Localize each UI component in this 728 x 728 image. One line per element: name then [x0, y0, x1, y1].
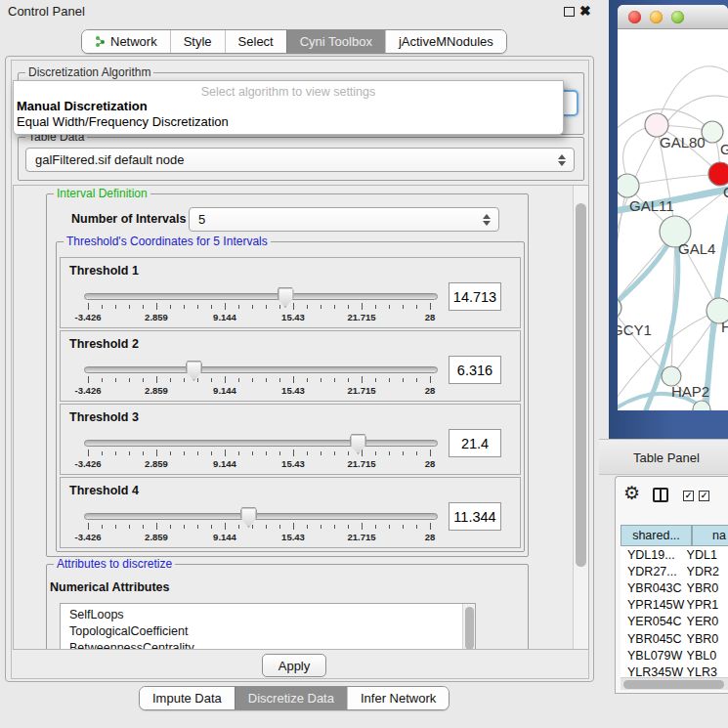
slider-tick-label: 28 — [408, 312, 451, 322]
table-row[interactable]: YBL079WYBL0 — [621, 647, 728, 664]
table-row[interactable]: YBR045CYBR0 — [621, 630, 728, 647]
table-panel-header: Table Panel — [599, 439, 728, 475]
node-table[interactable]: YDL19...YDL1YDR27...YDR2YBR043CYBR0YPR14… — [621, 546, 728, 677]
network-window-titlebar[interactable] — [618, 5, 728, 29]
threshold-label: Threshold 4 — [69, 484, 139, 497]
network-node-gal11[interactable] — [618, 174, 639, 197]
slider-track[interactable] — [84, 513, 438, 520]
close-icon[interactable]: ✖ — [579, 3, 591, 19]
table-row[interactable]: YBR043CYBR0 — [621, 579, 728, 596]
slider-tick — [362, 376, 363, 383]
slider-tick — [334, 305, 335, 309]
num-intervals-combobox[interactable]: 5 — [189, 207, 499, 232]
name-cell[interactable]: YPR1 — [687, 598, 728, 612]
table-row[interactable]: YDL19...YDL1 — [621, 546, 728, 563]
checkbox-icon[interactable]: ✓ — [699, 491, 709, 501]
slider-tick — [279, 305, 280, 309]
zoom-traffic-light-icon[interactable] — [671, 11, 684, 23]
name-cell[interactable]: YER0 — [687, 615, 728, 628]
shared-name-cell[interactable]: YER054C — [621, 615, 687, 628]
threshold-value-field[interactable]: 11.344 — [449, 502, 501, 531]
slider-tick — [170, 378, 171, 382]
shared-name-cell[interactable]: YDL19... — [621, 548, 687, 562]
network-node-c[interactable] — [708, 162, 728, 186]
shared-name-cell[interactable]: YDR27... — [621, 565, 687, 578]
network-node-label: GCY1 — [618, 321, 652, 338]
shared-name-cell[interactable]: YBR045C — [621, 632, 687, 646]
threshold-panel: Threshold 4-3.4262.8599.14415.4321.71528… — [60, 477, 521, 548]
slider-tick-label: 15.43 — [272, 458, 315, 469]
column-header-name[interactable]: na — [692, 525, 728, 546]
application-window: Control Panel ✖ NetworkStyleSelectCyni T… — [0, 0, 728, 728]
shared-name-cell[interactable]: YPR145W — [621, 598, 687, 612]
shared-name-cell[interactable]: YBL079W — [621, 649, 687, 663]
table-row[interactable]: YDR27...YDR2 — [621, 563, 728, 579]
name-cell[interactable]: YBR0 — [687, 581, 728, 595]
name-cell[interactable]: YDR2 — [687, 565, 728, 578]
dropdown-option[interactable]: Manual Discretization — [17, 99, 148, 113]
tab-discretize-data[interactable]: Discretize Data — [235, 687, 347, 709]
table-browser-panel: ⚙ ✓ ✓ shared... na YDL19...YDL1YDR27...Y… — [615, 476, 728, 694]
table-data-combobox[interactable]: galFiltered.sif default node — [25, 148, 575, 172]
attributes-list-scrollbar[interactable] — [462, 604, 475, 650]
slider-tick — [293, 303, 294, 310]
network-node-label: HAP2 — [671, 383, 709, 400]
table-hscrollbar[interactable] — [621, 677, 728, 690]
slider-thumb[interactable] — [350, 434, 366, 454]
threshold-panel: Threshold 3-3.4262.8599.14415.4321.71528… — [60, 404, 521, 475]
gear-icon[interactable]: ⚙ — [623, 484, 640, 502]
attribute-list-item[interactable]: TopologicalCoefficient — [61, 623, 475, 640]
slider-tick — [238, 378, 239, 382]
threshold-value-field[interactable]: 21.4 — [449, 429, 501, 457]
name-cell[interactable]: YLR3 — [687, 665, 728, 677]
shared-name-cell[interactable]: YLR345W — [621, 665, 687, 677]
apply-button[interactable]: Apply — [262, 654, 326, 677]
name-cell[interactable]: YDL1 — [687, 548, 728, 562]
tab-cyni-toolbox[interactable]: Cyni Toolbox — [286, 30, 385, 53]
threshold-value-field[interactable]: 6.316 — [449, 356, 501, 384]
slider-tick — [252, 378, 253, 382]
slider-tick — [279, 525, 280, 529]
column-header-shared[interactable]: shared... — [621, 525, 692, 546]
slider-tick — [143, 305, 144, 309]
slider-tick — [403, 451, 404, 455]
slider-thumb[interactable] — [186, 361, 202, 381]
close-traffic-light-icon[interactable] — [628, 11, 641, 23]
tab-style[interactable]: Style — [170, 30, 225, 53]
attribute-list-item[interactable]: BetweennessCentrality — [61, 640, 475, 650]
slider-track[interactable] — [84, 366, 438, 373]
tab-jactivemnodules[interactable]: jActiveMNodules — [385, 30, 506, 53]
tab-impute-data[interactable]: Impute Data — [140, 687, 235, 709]
slider-track[interactable] — [84, 293, 438, 300]
threshold-value-field[interactable]: 14.713 — [449, 282, 501, 311]
table-row[interactable]: YER054CYER0 — [621, 614, 728, 630]
table-row[interactable]: YLR345WYLR3 — [621, 664, 728, 677]
slider-tick — [225, 450, 226, 456]
tab-network[interactable]: Network — [82, 30, 170, 53]
slider-track[interactable] — [84, 440, 438, 447]
slider-tick — [143, 378, 144, 382]
network-node-label: GAL11 — [629, 197, 674, 214]
float-window-icon[interactable] — [564, 7, 575, 17]
checkbox-icon[interactable]: ✓ — [683, 491, 694, 501]
settings-scrollbar[interactable] — [573, 186, 588, 649]
attribute-list-item[interactable]: SelfLoops — [61, 607, 475, 623]
slider-tick — [197, 525, 198, 529]
tab-infer-network[interactable]: Infer Network — [347, 687, 449, 709]
slider-tick-label: 21.715 — [340, 532, 383, 542]
table-row[interactable]: YPR145WYPR1 — [621, 597, 728, 614]
minimize-traffic-light-icon[interactable] — [650, 11, 663, 23]
tab-select[interactable]: Select — [225, 30, 286, 53]
shared-name-cell[interactable]: YBR043C — [621, 581, 687, 595]
split-columns-icon[interactable] — [653, 488, 668, 502]
attributes-list[interactable]: SelfLoopsTopologicalCoefficientBetweenne… — [60, 603, 476, 650]
slider-tick — [225, 523, 226, 530]
name-cell[interactable]: YBR0 — [687, 632, 728, 646]
settings-scrollbar-thumb[interactable] — [576, 203, 586, 567]
attributes-group-title: Attributes to discretize — [54, 558, 175, 570]
dropdown-option[interactable]: Equal Width/Frequency Discretization — [17, 114, 229, 129]
slider-tick — [184, 305, 185, 309]
network-canvas[interactable]: GAL80GCGAL11GAL4GCY1HHAP2 — [618, 29, 728, 410]
slider-thumb[interactable] — [240, 507, 257, 528]
name-cell[interactable]: YBL0 — [687, 649, 728, 663]
